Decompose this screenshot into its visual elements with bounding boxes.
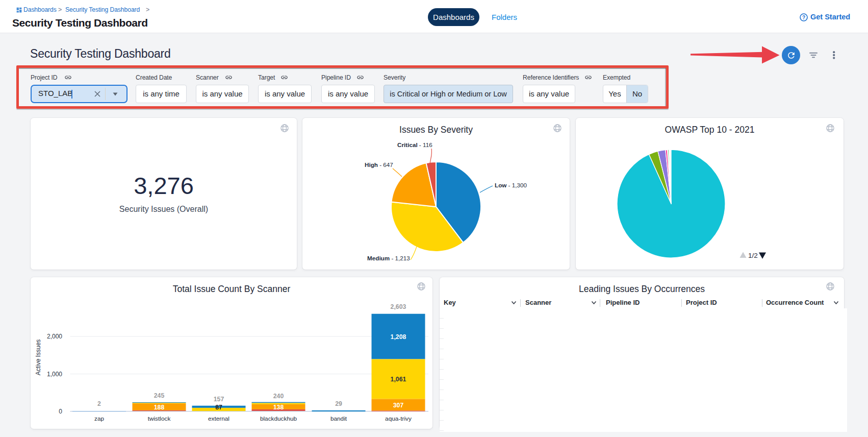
svg-text:zap: zap: [94, 415, 104, 422]
svg-text:138: 138: [273, 404, 284, 411]
svg-text:Medium - 1,213: Medium - 1,213: [367, 255, 410, 261]
svg-text:29: 29: [335, 400, 342, 407]
svg-text:High - 647: High - 647: [365, 161, 393, 168]
svg-text:aqua-trivy: aqua-trivy: [385, 415, 412, 422]
svg-text:1,208: 1,208: [391, 333, 406, 341]
svg-text:twistlock: twistlock: [148, 415, 171, 422]
svg-text:Active Issues: Active Issues: [35, 339, 42, 376]
svg-text:bandit: bandit: [330, 415, 347, 422]
svg-text:87: 87: [215, 404, 222, 411]
svg-text:240: 240: [273, 393, 284, 400]
svg-text:1,061: 1,061: [391, 376, 406, 383]
svg-text:1,000: 1,000: [47, 371, 62, 378]
svg-text:157: 157: [214, 396, 224, 403]
svg-text:1/2: 1/2: [748, 252, 758, 259]
svg-text:?: ?: [802, 15, 805, 20]
svg-text:external: external: [208, 415, 229, 422]
svg-text:blackduckhub: blackduckhub: [260, 415, 297, 422]
svg-text:245: 245: [154, 392, 165, 399]
svg-text:307: 307: [393, 402, 404, 409]
svg-text:0: 0: [59, 408, 62, 415]
svg-text:Critical - 116: Critical - 116: [397, 141, 432, 148]
svg-text:2,603: 2,603: [391, 303, 406, 310]
svg-text:188: 188: [154, 404, 165, 411]
svg-text:2,000: 2,000: [47, 333, 62, 340]
svg-text:Low - 1,300: Low - 1,300: [495, 182, 527, 188]
svg-text:2: 2: [97, 400, 101, 407]
